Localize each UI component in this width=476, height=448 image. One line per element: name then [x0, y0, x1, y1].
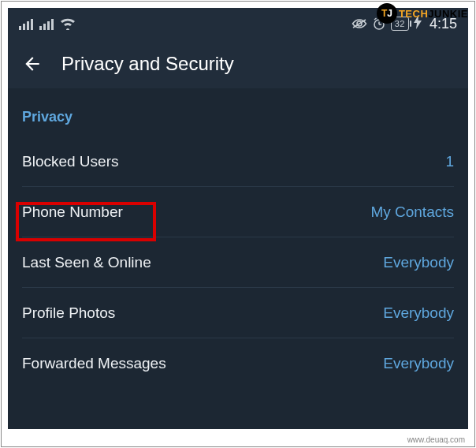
row-forwarded-messages[interactable]: Forwarded Messages Everybody	[22, 338, 454, 389]
status-bar-left	[19, 17, 76, 30]
logo-letter-j: J	[387, 8, 392, 19]
row-phone-number[interactable]: Phone Number My Contacts	[22, 187, 454, 237]
logo-text-tech: TECH	[399, 8, 428, 20]
signal-icon	[19, 17, 33, 30]
back-button[interactable]	[22, 54, 43, 74]
techjunkie-logo: TJ TECHJUNKIE	[377, 3, 468, 24]
row-last-seen[interactable]: Last Seen & Online Everybody	[22, 237, 454, 288]
logo-text-junkie: JUNKIE	[428, 8, 468, 20]
row-label: Forwarded Messages	[22, 355, 166, 372]
arrow-left-icon	[22, 54, 43, 74]
row-profile-photos[interactable]: Profile Photos Everybody	[22, 288, 454, 338]
signal-icon-2	[39, 17, 54, 30]
row-value: Everybody	[383, 254, 454, 271]
section-header-privacy: Privacy	[22, 88, 454, 136]
row-label: Blocked Users	[22, 153, 119, 170]
page-title: Privacy and Security	[61, 53, 234, 75]
app-header: Privacy and Security	[8, 39, 468, 88]
row-value: Everybody	[383, 355, 454, 372]
techjunkie-text: TECHJUNKIE	[399, 8, 468, 20]
screenshot-frame: TJ TECHJUNKIE	[1, 1, 475, 447]
techjunkie-badge: TJ	[377, 3, 397, 24]
row-value: My Contacts	[370, 203, 454, 221]
row-value: 1	[445, 153, 454, 170]
row-label: Profile Photos	[22, 304, 115, 322]
phone-screen: 32 4:15 Privacy and Security Privacy	[8, 8, 468, 429]
row-value: Everybody	[383, 304, 454, 322]
row-blocked-users[interactable]: Blocked Users 1	[22, 136, 454, 187]
logo-letter-t: T	[381, 8, 387, 19]
settings-content: Privacy Blocked Users 1 Phone Number My …	[8, 88, 468, 389]
row-label: Phone Number	[22, 203, 123, 221]
row-label: Last Seen & Online	[22, 254, 151, 271]
source-watermark: www.deuaq.com	[406, 435, 467, 445]
wifi-icon	[60, 17, 76, 30]
eye-icon	[351, 18, 367, 29]
svg-line-4	[374, 18, 377, 20]
